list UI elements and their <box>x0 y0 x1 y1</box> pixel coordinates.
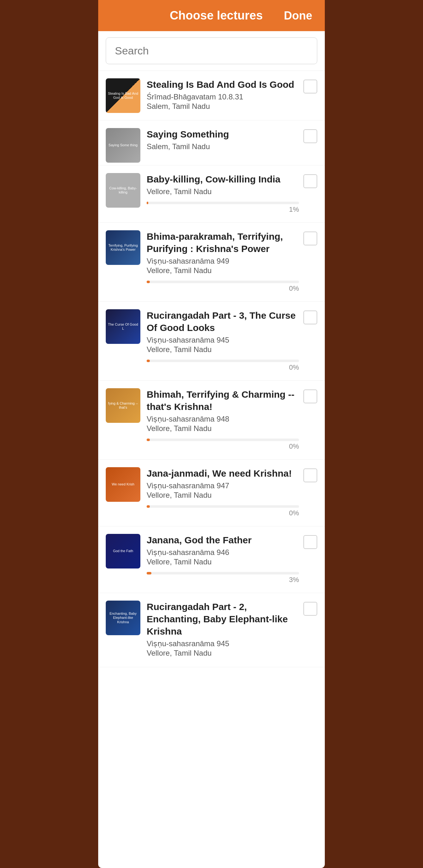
progress-label: 0% <box>147 442 299 451</box>
lecture-thumbnail: Cow-killing, Baby-killing <box>106 173 140 208</box>
lecture-info-inner: Stealing Is Bad And God Is GoodŚrīmad-Bh… <box>147 78 299 118</box>
lecture-list: Stealing Is Bad And God Is GoodStealing … <box>98 71 325 667</box>
progress-bar-fill <box>147 505 150 508</box>
progress-bar-container <box>147 281 299 283</box>
lecture-location: Salem, Tamil Nadu <box>147 102 299 111</box>
lecture-title: Baby-killing, Cow-killing India <box>147 173 299 185</box>
modal-header: Choose lectures Done <box>98 0 325 31</box>
lecture-thumbnail: God the Fath <box>106 534 140 568</box>
progress-container: 0% <box>147 503 299 520</box>
lecture-info-inner: Bhima-parakramah, Terrifying, Purifying … <box>147 230 299 299</box>
lecture-subtitle: Viṣṇu-sahasranāma 945 <box>147 336 299 344</box>
progress-bar-fill <box>147 281 150 283</box>
search-input[interactable] <box>106 37 317 64</box>
lecture-item: God the FathJanana, God the FatherViṣṇu-… <box>98 526 325 593</box>
lecture-title: Janana, God the Father <box>147 534 299 546</box>
lecture-thumbnail: We need Krish <box>106 467 140 502</box>
progress-bar-fill <box>147 439 150 441</box>
lecture-item: The Curse Of Good LRucirangadah Part - 3… <box>98 302 325 381</box>
lecture-thumbnail: The Curse Of Good L <box>106 309 140 344</box>
lecture-info: Jana-janmadi, We need Krishna!Viṣṇu-saha… <box>147 467 299 503</box>
lecture-item: Stealing Is Bad And God Is GoodStealing … <box>98 71 325 121</box>
progress-label: 1% <box>147 206 299 214</box>
progress-bar-fill <box>147 360 150 362</box>
lecture-checkbox[interactable] <box>303 602 317 616</box>
lecture-thumbnail: Enchanting, Baby Elephant-like Krishna <box>106 600 140 635</box>
lecture-subtitle: Viṣṇu-sahasranāma 948 <box>147 415 299 424</box>
lecture-info-inner: Rucirangadah Part - 2, Enchanting, Baby … <box>147 600 299 664</box>
lecture-info: Baby-killing, Cow-killing IndiaVellore, … <box>147 173 299 199</box>
lecture-checkbox[interactable] <box>303 129 317 143</box>
lecture-item: We need KrishJana-janmadi, We need Krish… <box>98 460 325 526</box>
lecture-info-inner: Bhimah, Terrifying & Charming -- that's … <box>147 388 299 457</box>
lecture-location: Vellore, Tamil Nadu <box>147 491 299 500</box>
lecture-title: Saying Something <box>147 128 299 140</box>
lecture-title: Rucirangadah Part - 2, Enchanting, Baby … <box>147 600 299 638</box>
progress-container: 1% <box>147 199 299 216</box>
lecture-subtitle: Viṣṇu-sahasranāma 947 <box>147 482 299 490</box>
lecture-location: Vellore, Tamil Nadu <box>147 424 299 433</box>
lecture-location: Vellore, Tamil Nadu <box>147 187 299 196</box>
lecture-thumbnail: fying & Charming -- that's <box>106 388 140 423</box>
lecture-checkbox[interactable] <box>303 390 317 403</box>
modal-title: Choose lectures <box>149 9 284 22</box>
modal-container: Choose lectures Done Stealing Is Bad And… <box>98 0 325 868</box>
lecture-title: Bhima-parakramah, Terrifying, Purifying … <box>147 230 299 255</box>
progress-bar-container <box>147 505 299 508</box>
lecture-title: Stealing Is Bad And God Is Good <box>147 78 299 91</box>
lecture-checkbox[interactable] <box>303 231 317 245</box>
lecture-checkbox[interactable] <box>303 468 317 482</box>
lecture-thumbnail: Saying Some thing <box>106 128 140 163</box>
progress-bar-container <box>147 572 299 575</box>
lecture-info-inner: Jana-janmadi, We need Krishna!Viṣṇu-saha… <box>147 467 299 524</box>
lecture-location: Vellore, Tamil Nadu <box>147 266 299 275</box>
lecture-info-inner: Janana, God the FatherViṣṇu-sahasranāma … <box>147 534 299 590</box>
progress-container: 0% <box>147 357 299 374</box>
lecture-subtitle: Viṣṇu-sahasranāma 946 <box>147 548 299 557</box>
lecture-info: Bhimah, Terrifying & Charming -- that's … <box>147 388 299 436</box>
lecture-subtitle: Viṣṇu-sahasranāma 945 <box>147 639 299 648</box>
progress-bar-container <box>147 439 299 441</box>
progress-bar-container <box>147 360 299 362</box>
lecture-info: Rucirangadah Part - 2, Enchanting, Baby … <box>147 600 299 661</box>
lecture-checkbox[interactable] <box>303 174 317 188</box>
lecture-info: Stealing Is Bad And God Is GoodŚrīmad-Bh… <box>147 78 299 114</box>
lecture-item: fying & Charming -- that'sBhimah, Terrif… <box>98 381 325 460</box>
lecture-title: Rucirangadah Part - 3, The Curse Of Good… <box>147 309 299 334</box>
lecture-thumbnail: Stealing Is Bad And God Is Good <box>106 78 140 113</box>
lecture-title: Bhimah, Terrifying & Charming -- that's … <box>147 388 299 413</box>
lecture-item: Enchanting, Baby Elephant-like KrishnaRu… <box>98 593 325 667</box>
progress-container: 3% <box>147 569 299 586</box>
lecture-info-inner: Rucirangadah Part - 3, The Curse Of Good… <box>147 309 299 378</box>
progress-label: 3% <box>147 576 299 584</box>
lecture-checkbox[interactable] <box>303 535 317 549</box>
progress-container: 0% <box>147 436 299 453</box>
progress-label: 0% <box>147 284 299 292</box>
lecture-title: Jana-janmadi, We need Krishna! <box>147 467 299 479</box>
progress-label: 0% <box>147 509 299 517</box>
lecture-info: Rucirangadah Part - 3, The Curse Of Good… <box>147 309 299 357</box>
lecture-subtitle: Śrīmad-Bhāgavatam 10.8.31 <box>147 92 299 101</box>
lecture-checkbox[interactable] <box>303 80 317 93</box>
progress-bar-container <box>147 202 299 204</box>
search-container <box>98 31 325 71</box>
progress-bar-fill <box>147 202 148 204</box>
lecture-thumbnail: Terrifying, Purifying Krishna's Power <box>106 230 140 265</box>
lecture-item: Cow-killing, Baby-killingBaby-killing, C… <box>98 165 325 223</box>
lecture-info-inner: Saying SomethingSalem, Tamil Nadu <box>147 128 299 158</box>
progress-bar-fill <box>147 572 151 575</box>
progress-container: 0% <box>147 278 299 295</box>
lecture-location: Vellore, Tamil Nadu <box>147 649 299 657</box>
lecture-checkbox[interactable] <box>303 311 317 324</box>
lecture-info: Bhima-parakramah, Terrifying, Purifying … <box>147 230 299 278</box>
done-button[interactable]: Done <box>284 9 312 22</box>
lecture-item: Saying Some thingSaying SomethingSalem, … <box>98 121 325 165</box>
lecture-info: Janana, God the FatherViṣṇu-sahasranāma … <box>147 534 299 569</box>
lecture-info: Saying SomethingSalem, Tamil Nadu <box>147 128 299 154</box>
lecture-location: Salem, Tamil Nadu <box>147 142 299 151</box>
lecture-info-inner: Baby-killing, Cow-killing IndiaVellore, … <box>147 173 299 220</box>
lecture-subtitle: Viṣṇu-sahasranāma 949 <box>147 257 299 266</box>
progress-label: 0% <box>147 363 299 372</box>
lecture-item: Terrifying, Purifying Krishna's PowerBhi… <box>98 223 325 302</box>
lecture-location: Vellore, Tamil Nadu <box>147 557 299 566</box>
